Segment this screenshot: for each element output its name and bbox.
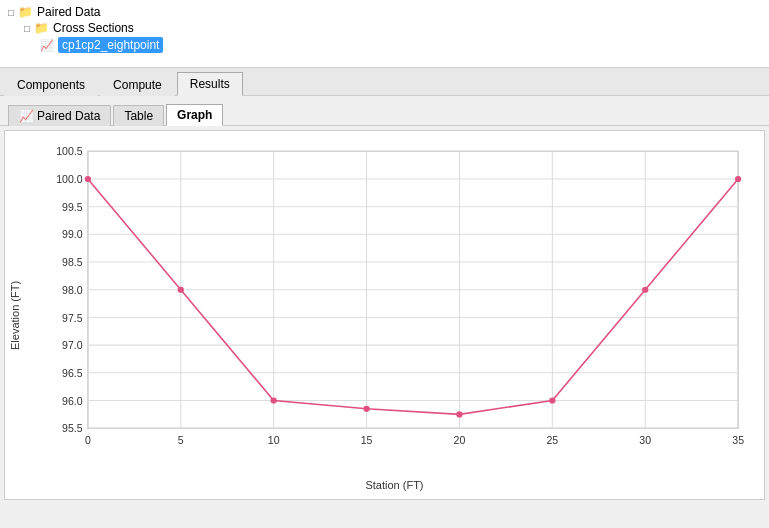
svg-text:35: 35 bbox=[732, 435, 744, 446]
folder-icon: 📁 bbox=[18, 5, 33, 19]
folder-icon-2: 📁 bbox=[34, 21, 49, 35]
svg-text:96.0: 96.0 bbox=[62, 396, 83, 407]
svg-text:25: 25 bbox=[546, 435, 558, 446]
svg-point-44 bbox=[549, 397, 555, 403]
svg-text:98.0: 98.0 bbox=[62, 285, 83, 296]
y-axis-label: Elevation (FT) bbox=[5, 131, 25, 499]
tree-item-cp1cp2[interactable]: 📈 cp1cp2_eightpoint bbox=[40, 36, 761, 54]
tab-graph[interactable]: Graph bbox=[166, 104, 223, 126]
tree-label-2: Cross Sections bbox=[53, 21, 134, 35]
svg-point-39 bbox=[85, 176, 91, 182]
svg-text:20: 20 bbox=[454, 435, 466, 446]
chart-inner: 95.596.096.597.097.598.098.599.099.5100.… bbox=[25, 131, 764, 499]
svg-text:10: 10 bbox=[268, 435, 280, 446]
svg-text:100.0: 100.0 bbox=[56, 174, 83, 185]
tree-item-cross-sections[interactable]: □ 📁 Cross Sections bbox=[24, 20, 761, 36]
chart-svg: 95.596.096.597.097.598.098.599.099.5100.… bbox=[35, 141, 754, 459]
svg-point-45 bbox=[642, 287, 648, 293]
tree-panel: □ 📁 Paired Data □ 📁 Cross Sections 📈 cp1… bbox=[0, 0, 769, 68]
chart-icon: 📈 bbox=[40, 39, 54, 52]
svg-point-46 bbox=[735, 176, 741, 182]
tab-paired-data[interactable]: 📈Paired Data bbox=[8, 105, 111, 126]
svg-text:15: 15 bbox=[361, 435, 373, 446]
svg-text:0: 0 bbox=[85, 435, 91, 446]
x-axis-label: Station (FT) bbox=[365, 479, 423, 491]
svg-text:99.5: 99.5 bbox=[62, 202, 83, 213]
svg-text:5: 5 bbox=[178, 435, 184, 446]
expand-icon: □ bbox=[8, 7, 14, 18]
tab-bar-top: Components Compute Results bbox=[0, 68, 769, 96]
svg-text:30: 30 bbox=[639, 435, 651, 446]
svg-text:96.5: 96.5 bbox=[62, 368, 83, 379]
svg-text:97.5: 97.5 bbox=[62, 313, 83, 324]
expand-icon-2: □ bbox=[24, 23, 30, 34]
tab-results[interactable]: Results bbox=[177, 72, 243, 96]
tab-table[interactable]: Table bbox=[113, 105, 164, 126]
svg-point-41 bbox=[270, 397, 276, 403]
svg-point-43 bbox=[456, 411, 462, 417]
tree-item-paired-data[interactable]: □ 📁 Paired Data bbox=[8, 4, 761, 20]
tab-components[interactable]: Components bbox=[4, 73, 98, 96]
tab-bar-secondary: 📈Paired Data Table Graph bbox=[0, 96, 769, 126]
svg-text:95.5: 95.5 bbox=[62, 423, 83, 434]
paired-data-icon: 📈 bbox=[19, 109, 34, 123]
svg-text:99.0: 99.0 bbox=[62, 230, 83, 241]
chart-container: Elevation (FT) 95.596.096.597.097.598.09… bbox=[4, 130, 765, 500]
svg-point-42 bbox=[363, 406, 369, 412]
tab-compute[interactable]: Compute bbox=[100, 73, 175, 96]
tree-label: Paired Data bbox=[37, 5, 100, 19]
svg-text:100.5: 100.5 bbox=[56, 146, 83, 157]
svg-text:98.5: 98.5 bbox=[62, 257, 83, 268]
svg-point-40 bbox=[178, 287, 184, 293]
svg-text:97.0: 97.0 bbox=[62, 340, 83, 351]
selected-label: cp1cp2_eightpoint bbox=[58, 37, 163, 53]
